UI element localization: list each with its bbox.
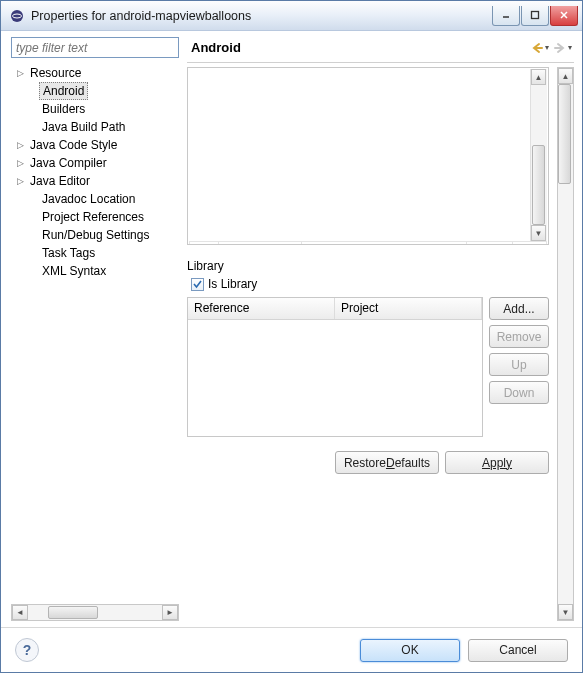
help-icon[interactable]: ? xyxy=(15,638,39,662)
tree-item-java-code-style[interactable]: ▷Java Code Style xyxy=(11,136,179,154)
tree-item-java-build-path[interactable]: Java Build Path xyxy=(11,118,179,136)
target-vendor: Android Open So... xyxy=(302,242,466,246)
tree-item-javadoc-location[interactable]: Javadoc Location xyxy=(11,190,179,208)
scroll-up-icon[interactable]: ▲ xyxy=(558,68,573,84)
pane-header: Android ▾ ▾ xyxy=(187,37,574,63)
build-target-table[interactable]: ▲ ▼ Androi...Android Open So...3.011Goog… xyxy=(187,67,549,245)
caret-down-icon: ▾ xyxy=(545,43,549,52)
main-pane: Android ▾ ▾ ▲ ▼ xyxy=(187,37,574,621)
tree-item-android[interactable]: Android xyxy=(11,82,179,100)
tree-item-java-compiler[interactable]: ▷Java Compiler xyxy=(11,154,179,172)
tree-item-resource[interactable]: ▷Resource xyxy=(11,64,179,82)
expand-icon: ▷ xyxy=(17,176,27,186)
tree-item-label: Project References xyxy=(39,209,147,225)
checkbox-icon xyxy=(191,278,204,291)
tree-item-label: Task Tags xyxy=(39,245,98,261)
arrow-left-icon xyxy=(530,41,544,55)
apply-button[interactable]: Apply xyxy=(445,451,549,474)
tree-item-label: XML Syntax xyxy=(39,263,109,279)
is-library-label: Is Library xyxy=(208,277,257,291)
down-button[interactable]: Down xyxy=(489,381,549,404)
sidebar-hscroll[interactable]: ◄ ► xyxy=(11,604,179,621)
scroll-down-icon[interactable]: ▼ xyxy=(558,604,573,620)
tree-item-label: Javadoc Location xyxy=(39,191,138,207)
remove-button[interactable]: Remove xyxy=(489,325,549,348)
tree-item-builders[interactable]: Builders xyxy=(11,100,179,118)
scroll-right-icon[interactable]: ► xyxy=(162,605,178,620)
nav-back[interactable]: ▾ xyxy=(530,41,549,55)
add-button[interactable]: Add... xyxy=(489,297,549,320)
tree-item-label: Resource xyxy=(27,65,84,81)
main-vscroll[interactable]: ▲ ▼ xyxy=(557,67,574,621)
nav-forward[interactable]: ▾ xyxy=(553,41,572,55)
tree-item-java-editor[interactable]: ▷Java Editor xyxy=(11,172,179,190)
sidebar: ▷ResourceAndroidBuildersJava Build Path▷… xyxy=(11,37,179,621)
titlebar[interactable]: Properties for android-mapviewballoons xyxy=(1,1,582,31)
tree-item-label: Java Build Path xyxy=(39,119,128,135)
dialog-footer: ? OK Cancel xyxy=(1,627,582,672)
tree-item-label: Java Compiler xyxy=(27,155,110,171)
filter-input[interactable] xyxy=(11,37,179,58)
expand-icon: ▷ xyxy=(17,158,27,168)
window-title: Properties for android-mapviewballoons xyxy=(31,9,491,23)
library-title: Library xyxy=(187,259,549,273)
tree-item-label: Java Editor xyxy=(27,173,93,189)
scroll-thumb[interactable] xyxy=(48,606,98,619)
col-reference[interactable]: Reference xyxy=(188,298,335,319)
arrow-right-icon xyxy=(553,41,567,55)
library-reference-table[interactable]: Reference Project xyxy=(187,297,483,437)
scroll-thumb[interactable] xyxy=(558,84,571,184)
target-platform: 3.0 xyxy=(466,242,512,246)
scroll-up-icon[interactable]: ▲ xyxy=(531,69,546,85)
up-button[interactable]: Up xyxy=(489,353,549,376)
tree-item-label: Android xyxy=(39,82,88,100)
is-library-checkbox[interactable]: Is Library xyxy=(187,277,549,291)
target-name: Androi... xyxy=(219,242,302,246)
tree-item-task-tags[interactable]: Task Tags xyxy=(11,244,179,262)
properties-dialog: Properties for android-mapviewballoons ▷… xyxy=(0,0,583,673)
page-title: Android xyxy=(187,40,528,55)
tree-item-label: Java Code Style xyxy=(27,137,120,153)
window-controls xyxy=(491,6,578,26)
svg-rect-3 xyxy=(532,12,539,19)
ok-button[interactable]: OK xyxy=(360,639,460,662)
maximize-button[interactable] xyxy=(521,6,549,26)
table-vscroll[interactable]: ▲ ▼ xyxy=(530,69,547,241)
library-group: Library Is Library Reference Project xyxy=(187,259,549,437)
expand-icon: ▷ xyxy=(17,140,27,150)
cancel-button[interactable]: Cancel xyxy=(468,639,568,662)
tree-item-label: Run/Debug Settings xyxy=(39,227,152,243)
tree-item-project-references[interactable]: Project References xyxy=(11,208,179,226)
scroll-left-icon[interactable]: ◄ xyxy=(12,605,28,620)
tree-item-run-debug-settings[interactable]: Run/Debug Settings xyxy=(11,226,179,244)
category-tree[interactable]: ▷ResourceAndroidBuildersJava Build Path▷… xyxy=(11,64,179,600)
target-api: 11 xyxy=(512,242,546,246)
restore-defaults-button[interactable]: Restore Defaults xyxy=(335,451,439,474)
tree-item-label: Builders xyxy=(39,101,88,117)
tree-item-xml-syntax[interactable]: XML Syntax xyxy=(11,262,179,280)
caret-down-icon: ▾ xyxy=(568,43,572,52)
target-row[interactable]: Androi...Android Open So...3.011 xyxy=(190,242,547,246)
scroll-down-icon[interactable]: ▼ xyxy=(531,225,546,241)
scroll-thumb[interactable] xyxy=(532,145,545,225)
close-button[interactable] xyxy=(550,6,578,26)
col-project[interactable]: Project xyxy=(335,298,482,319)
minimize-button[interactable] xyxy=(492,6,520,26)
expand-icon: ▷ xyxy=(17,68,27,78)
eclipse-icon xyxy=(9,8,25,24)
